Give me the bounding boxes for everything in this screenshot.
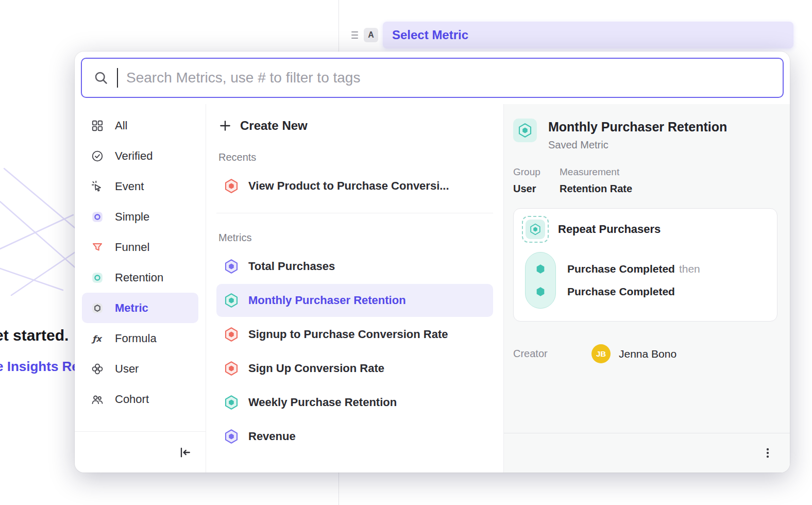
cohort-icon xyxy=(90,392,105,407)
sidebar-item-all[interactable]: All xyxy=(82,110,198,141)
event-icon xyxy=(90,179,105,194)
query-builder-row: A Select Metric xyxy=(351,20,793,50)
sidebar-item-cohort[interactable]: Cohort xyxy=(82,384,198,414)
metric-row-label: Sign Up Conversion Rate xyxy=(248,362,384,375)
metric-row[interactable]: Revenue xyxy=(216,420,493,453)
funnel-metric-icon xyxy=(224,361,239,376)
step-one: Purchase Completedthen xyxy=(567,263,700,275)
creator-name: Jenna Bono xyxy=(619,348,676,360)
metric-row[interactable]: Weekly Purchase Retention xyxy=(216,386,493,419)
sidebar-item-label: Event xyxy=(115,180,144,193)
retention-definition-card: Repeat Purchasers Purchase Completedthen xyxy=(513,208,777,322)
group-value: User xyxy=(513,183,560,195)
sidebar-item-label: Formula xyxy=(115,332,157,345)
creator-row: Creator JB Jenna Bono xyxy=(513,344,777,363)
sidebar-item-label: Funnel xyxy=(115,241,149,254)
sidebar-item-label: Retention xyxy=(115,271,163,284)
search-icon xyxy=(93,70,109,86)
select-metric-label: Select Metric xyxy=(392,28,468,42)
sidebar-item-label: Metric xyxy=(115,301,148,315)
formula-icon: ƒx xyxy=(90,331,105,346)
recent-metric-row[interactable]: View Product to Purchase Conversi... xyxy=(216,170,493,203)
sidebar-item-funnel[interactable]: Funnel xyxy=(82,232,198,262)
metric-icon xyxy=(90,301,105,315)
step-pill xyxy=(525,252,556,309)
grid-icon xyxy=(90,119,105,133)
retention-metric-icon xyxy=(224,293,239,308)
funnel-metric-icon xyxy=(224,327,239,342)
preview-header: Monthly Purchaser Retention Saved Metric xyxy=(513,119,777,151)
more-options-button[interactable] xyxy=(761,446,774,460)
user-icon xyxy=(90,362,105,376)
metric-row[interactable]: Total Purchases xyxy=(216,250,493,283)
creator-label: Creator xyxy=(513,348,591,360)
preview-subtitle: Saved Metric xyxy=(548,139,727,151)
search-area xyxy=(75,52,790,98)
funnel-metric-icon xyxy=(224,178,239,194)
saved-metric-badge xyxy=(513,119,537,142)
metric-row-label: Weekly Purchase Retention xyxy=(248,396,397,409)
background-headline-fragment: et started. xyxy=(0,327,69,344)
collapse-icon xyxy=(178,445,192,460)
list-divider xyxy=(216,213,493,213)
sidebar-item-simple[interactable]: Simple xyxy=(82,201,198,232)
retention-icon xyxy=(90,271,105,285)
simple-metric-icon xyxy=(224,259,239,274)
sidebar-item-metric[interactable]: Metric xyxy=(82,293,198,323)
verified-icon xyxy=(90,149,105,163)
metric-row-label: Monthly Purchaser Retention xyxy=(248,294,406,307)
metric-preview-panel: Monthly Purchaser Retention Saved Metric… xyxy=(504,104,790,473)
collapse-sidebar-button[interactable] xyxy=(178,445,192,460)
metric-row-label: Revenue xyxy=(248,430,296,443)
text-caret xyxy=(117,68,118,88)
sidebar-item-user[interactable]: User xyxy=(82,354,198,384)
funnel-icon xyxy=(90,240,105,255)
sidebar-item-formula[interactable]: ƒx Formula xyxy=(82,323,198,354)
sidebar-footer xyxy=(75,431,206,473)
sidebar-item-label: All xyxy=(115,119,127,132)
background-link-fragment[interactable]: e Insights Re xyxy=(0,359,79,375)
retention-steps: Purchase Completedthen Purchase Complete… xyxy=(525,252,769,309)
measurement-value: Retention Rate xyxy=(560,183,777,195)
drag-handle-icon[interactable] xyxy=(351,31,361,39)
event-step-icon xyxy=(535,263,546,275)
metric-meta: Group Measurement User Retention Rate xyxy=(513,166,777,195)
search-box[interactable] xyxy=(81,58,784,98)
sidebar-item-verified[interactable]: Verified xyxy=(82,141,198,171)
sidebar-item-label: User xyxy=(115,362,139,376)
metric-row[interactable]: Sign Up Conversion Rate xyxy=(216,352,493,385)
kebab-menu-icon xyxy=(761,446,774,460)
metric-row-label: Total Purchases xyxy=(248,260,335,273)
svg-text:ƒx: ƒx xyxy=(91,333,103,343)
metric-row-label: Signup to Purchase Conversion Rate xyxy=(248,328,448,341)
simple-metric-icon xyxy=(224,429,239,444)
select-metric-field[interactable]: Select Metric xyxy=(383,22,793,48)
plus-icon xyxy=(218,119,232,132)
simple-icon xyxy=(90,210,105,224)
search-input[interactable] xyxy=(126,70,771,86)
create-new-button[interactable]: Create New xyxy=(216,113,493,133)
recents-section-label: Recents xyxy=(218,152,493,163)
sidebar-item-retention[interactable]: Retention xyxy=(82,262,198,293)
step-two: Purchase Completed xyxy=(567,285,700,298)
recent-metric-label: View Product to Purchase Conversi... xyxy=(248,179,449,193)
modal-body: All Verified xyxy=(75,104,790,473)
retention-metric-icon xyxy=(517,123,533,138)
metric-row-selected[interactable]: Monthly Purchaser Retention xyxy=(216,284,493,317)
preview-footer xyxy=(504,433,790,473)
group-label: Group xyxy=(513,166,560,178)
event-step-icon xyxy=(535,286,546,297)
sidebar-item-event[interactable]: Event xyxy=(82,171,198,201)
metric-picker-modal: All Verified xyxy=(75,52,790,473)
retention-metric-icon xyxy=(529,223,542,235)
card-title: Repeat Purchasers xyxy=(558,223,661,236)
type-filter-sidebar: All Verified xyxy=(75,104,206,473)
metric-row[interactable]: Signup to Purchase Conversion Rate xyxy=(216,318,493,351)
step-letter-badge[interactable]: A xyxy=(364,28,378,42)
then-connector: then xyxy=(679,263,700,275)
sidebar-item-label: Cohort xyxy=(115,393,149,406)
cohort-badge xyxy=(522,216,549,243)
creator-avatar: JB xyxy=(591,344,611,363)
retention-metric-icon xyxy=(224,395,239,410)
sidebar-item-label: Simple xyxy=(115,210,149,224)
